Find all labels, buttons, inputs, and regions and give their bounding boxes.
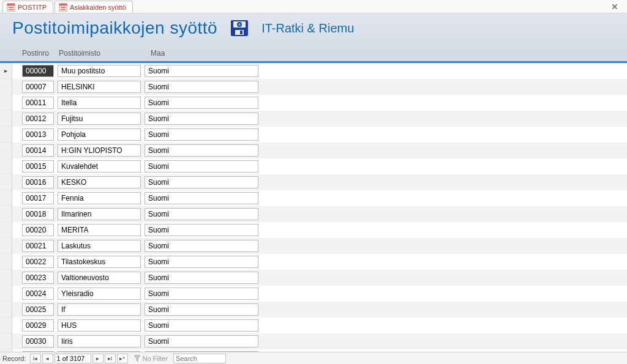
cell-postitoimisto[interactable]: Fujitsu xyxy=(58,113,141,125)
cell-maa[interactable]: Suomi xyxy=(145,240,258,252)
row-selector[interactable] xyxy=(0,206,12,222)
cell-maa[interactable]: Suomi xyxy=(145,113,258,125)
cell-postitoimisto[interactable]: GE xyxy=(58,351,141,352)
row-selector[interactable] xyxy=(0,79,12,95)
cell-postinro[interactable]: 00021 xyxy=(22,240,54,252)
cell-maa[interactable]: Suomi xyxy=(145,65,258,77)
table-row[interactable]: 00011ItellaSuomi xyxy=(0,95,627,111)
nav-prev-button[interactable]: ◂ xyxy=(42,354,53,363)
cell-postitoimisto[interactable]: Pohjola xyxy=(58,128,141,141)
row-selector[interactable] xyxy=(0,111,12,127)
table-row[interactable]: 00017FenniaSuomi xyxy=(0,190,627,206)
search-input[interactable] xyxy=(173,354,226,363)
cell-postinro[interactable]: 00030 xyxy=(22,335,54,347)
cell-postitoimisto[interactable]: Yleisradio xyxy=(58,288,141,300)
table-row[interactable]: 00024YleisradioSuomi xyxy=(0,286,627,302)
cell-postinro[interactable]: 00018 xyxy=(22,208,54,220)
table-row[interactable]: 00012FujitsuSuomi xyxy=(0,111,627,127)
cell-postitoimisto[interactable]: Iiris xyxy=(58,335,141,347)
cell-maa[interactable]: Suomi xyxy=(145,256,258,268)
cell-postitoimisto[interactable]: H:GIN YLIOPISTO xyxy=(58,144,141,157)
cell-postinro[interactable]: 00017 xyxy=(22,192,54,204)
cell-postinro[interactable]: 00007 xyxy=(22,81,54,93)
row-selector[interactable] xyxy=(0,270,12,286)
cell-maa[interactable]: Suomi xyxy=(145,97,258,109)
cell-postitoimisto[interactable]: KESKO xyxy=(58,176,141,188)
row-selector[interactable] xyxy=(0,238,12,254)
cell-postinro[interactable]: 00029 xyxy=(22,319,54,332)
nav-last-button[interactable]: ▸I xyxy=(105,354,116,363)
cell-maa[interactable]: Suomi xyxy=(145,319,258,332)
row-selector[interactable] xyxy=(0,333,12,349)
cell-postinro[interactable]: 00011 xyxy=(22,97,54,109)
table-row[interactable]: 00016KESKOSuomi xyxy=(0,174,627,190)
row-selector[interactable] xyxy=(0,349,12,352)
cell-postitoimisto[interactable]: If xyxy=(58,303,141,316)
cell-postitoimisto[interactable]: Kuvalehdet xyxy=(58,160,141,173)
cell-maa[interactable]: Suomi xyxy=(145,335,258,347)
cell-postinro[interactable]: 00022 xyxy=(22,256,54,268)
row-selector[interactable] xyxy=(0,143,12,158)
tab-asiakkaiden-syotto[interactable]: Asiakkaiden syöttö xyxy=(54,1,133,13)
cell-maa[interactable]: Suomi xyxy=(145,81,258,93)
record-position-input[interactable] xyxy=(54,354,91,363)
nav-first-button[interactable]: I◂ xyxy=(30,354,41,363)
close-icon[interactable]: ✕ xyxy=(607,2,622,12)
table-row[interactable]: 00015KuvalehdetSuomi xyxy=(0,158,627,174)
cell-postitoimisto[interactable]: Laskutus xyxy=(58,240,141,252)
cell-postinro[interactable]: 00013 xyxy=(22,128,54,141)
row-selector[interactable] xyxy=(0,302,12,318)
cell-postinro[interactable]: 00020 xyxy=(22,224,54,236)
cell-maa[interactable]: Suomi xyxy=(145,288,258,300)
table-row[interactable]: 00030IirisSuomi xyxy=(0,333,627,349)
row-selector[interactable] xyxy=(0,286,12,302)
table-row[interactable]: 00029HUSSuomi xyxy=(0,318,627,333)
row-selector[interactable] xyxy=(0,254,12,270)
cell-maa[interactable]: Suomi xyxy=(145,303,258,316)
cell-postitoimisto[interactable]: HUS xyxy=(58,319,141,332)
nav-next-button[interactable]: ▸ xyxy=(92,354,103,363)
cell-postinro[interactable]: 00016 xyxy=(22,176,54,188)
table-row[interactable]: 00013PohjolaSuomi xyxy=(0,127,627,143)
row-selector[interactable] xyxy=(0,190,12,206)
cell-maa[interactable]: Suomi xyxy=(145,128,258,141)
cell-maa[interactable]: Suomi xyxy=(145,208,258,220)
nav-new-button[interactable]: ▸* xyxy=(117,354,128,363)
cell-postinro[interactable]: 00023 xyxy=(22,272,54,284)
cell-postinro[interactable]: 00015 xyxy=(22,160,54,173)
cell-postitoimisto[interactable]: Valtioneuvosto xyxy=(58,272,141,284)
cell-postitoimisto[interactable]: MERITA xyxy=(58,224,141,236)
cell-postinro[interactable]: 00025 xyxy=(22,303,54,316)
data-grid[interactable]: 00000Muu postitstoSuomi00007HELSINKISuom… xyxy=(0,63,627,352)
cell-postinro[interactable]: 00014 xyxy=(22,144,54,157)
cell-postitoimisto[interactable]: Itella xyxy=(58,97,141,109)
table-row[interactable]: 00031GESuomi xyxy=(0,349,627,352)
cell-postinro[interactable]: 00012 xyxy=(22,113,54,125)
cell-maa[interactable]: Suomi xyxy=(145,351,258,352)
table-row[interactable]: 00025IfSuomi xyxy=(0,302,627,318)
row-selector[interactable] xyxy=(0,318,12,333)
row-selector[interactable] xyxy=(0,158,12,174)
cell-postinro[interactable]: 00000 xyxy=(22,65,54,77)
table-row[interactable]: 00021LaskutusSuomi xyxy=(0,238,627,254)
cell-postitoimisto[interactable]: Tilastokeskus xyxy=(58,256,141,268)
table-row[interactable]: 00014H:GIN YLIOPISTOSuomi xyxy=(0,143,627,158)
tab-postitp[interactable]: POSTITP xyxy=(2,1,53,13)
table-row[interactable]: 00022TilastokeskusSuomi xyxy=(0,254,627,270)
cell-maa[interactable]: Suomi xyxy=(145,144,258,157)
cell-maa[interactable]: Suomi xyxy=(145,160,258,173)
cell-postitoimisto[interactable]: Muu postitsto xyxy=(58,65,141,77)
cell-postitoimisto[interactable]: HELSINKI xyxy=(58,81,141,93)
row-selector[interactable] xyxy=(0,174,12,190)
table-row[interactable]: 00023ValtioneuvostoSuomi xyxy=(0,270,627,286)
cell-maa[interactable]: Suomi xyxy=(145,176,258,188)
cell-postinro[interactable]: 00031 xyxy=(22,351,54,352)
cell-postitoimisto[interactable]: Ilmarinen xyxy=(58,208,141,220)
row-selector[interactable] xyxy=(0,95,12,111)
cell-maa[interactable]: Suomi xyxy=(145,224,258,236)
table-row[interactable]: 00018IlmarinenSuomi xyxy=(0,206,627,222)
row-selector[interactable] xyxy=(0,222,12,238)
table-row[interactable]: 00007HELSINKISuomi xyxy=(0,79,627,95)
cell-maa[interactable]: Suomi xyxy=(145,272,258,284)
row-selector[interactable] xyxy=(0,127,12,143)
